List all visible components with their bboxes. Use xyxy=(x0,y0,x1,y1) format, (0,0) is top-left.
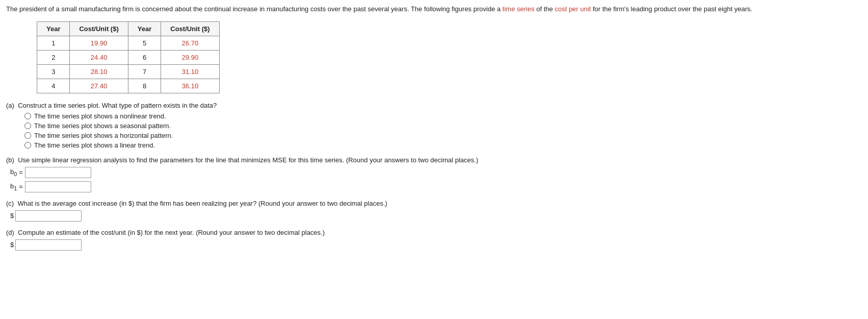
table-row: 3 28.10 7 31.10 xyxy=(37,64,220,79)
cost-cell: 27.40 xyxy=(70,79,128,93)
radio-circle-4 xyxy=(24,142,31,149)
year-cell: 2 xyxy=(37,50,70,64)
part-a-label: (a) Construct a time series plot. What t… xyxy=(6,102,862,109)
col-year-1-header: Year xyxy=(37,21,70,36)
cost-cell: 26.70 xyxy=(161,36,219,50)
year-cell: 7 xyxy=(128,64,161,79)
radio-label-4: The time series plot shows a linear tren… xyxy=(34,141,155,149)
b1-input[interactable] xyxy=(25,181,91,192)
cost-cell: 36.10 xyxy=(161,79,219,93)
year-cell: 3 xyxy=(37,64,70,79)
radio-label-1: The time series plot shows a nonlinear t… xyxy=(34,112,166,120)
b0-subscript: 0 xyxy=(14,170,17,177)
radio-label-2: The time series plot shows a seasonal pa… xyxy=(34,122,171,130)
b1-eq: = xyxy=(19,183,23,190)
radio-option-4[interactable]: The time series plot shows a linear tren… xyxy=(24,141,862,149)
radio-option-1[interactable]: The time series plot shows a nonlinear t… xyxy=(24,112,862,120)
table-row: 2 24.40 6 29.90 xyxy=(37,50,220,64)
cost-cell: 19.90 xyxy=(70,36,128,50)
part-d-input[interactable] xyxy=(15,239,82,251)
b1-subscript: 1 xyxy=(14,185,17,191)
part-d-input-row: $ xyxy=(10,239,862,251)
part-a-section: (a) Construct a time series plot. What t… xyxy=(6,102,862,149)
data-table-section: Year Cost/Unit ($) Year Cost/Unit ($) 1 … xyxy=(37,21,862,93)
radio-option-2[interactable]: The time series plot shows a seasonal pa… xyxy=(24,122,862,130)
part-c-input-row: $ xyxy=(10,210,862,222)
b0-input[interactable] xyxy=(25,167,91,178)
cost-cell: 24.40 xyxy=(70,50,128,64)
data-table: Year Cost/Unit ($) Year Cost/Unit ($) 1 … xyxy=(37,21,220,93)
b1-label: b1 xyxy=(10,182,17,191)
b0-label: b0 xyxy=(10,168,17,177)
cost-cell: 31.10 xyxy=(161,64,219,79)
col-cost-1-header: Cost/Unit ($) xyxy=(70,21,128,36)
cost-cell: 28.10 xyxy=(70,64,128,79)
year-cell: 4 xyxy=(37,79,70,93)
part-d-dollar: $ xyxy=(10,241,14,249)
year-cell: 6 xyxy=(128,50,161,64)
part-d-section: (d) Compute an estimate of the cost/unit… xyxy=(6,229,862,251)
radio-circle-3 xyxy=(24,132,31,139)
radio-option-3[interactable]: The time series plot shows a horizontal … xyxy=(24,132,862,139)
b0-eq: = xyxy=(19,168,23,176)
part-c-label: (c) What is the average cost increase (i… xyxy=(6,200,862,207)
radio-circle-1 xyxy=(24,113,31,119)
cost-cell: 29.90 xyxy=(161,50,219,64)
table-row: 1 19.90 5 26.70 xyxy=(37,36,220,50)
year-cell: 5 xyxy=(128,36,161,50)
col-year-2-header: Year xyxy=(128,21,161,36)
part-c-dollar: $ xyxy=(10,212,14,219)
b1-row: b1 = xyxy=(10,181,862,192)
radio-label-3: The time series plot shows a horizontal … xyxy=(34,132,173,139)
year-cell: 1 xyxy=(37,36,70,50)
part-a-radio-group: The time series plot shows a nonlinear t… xyxy=(24,112,862,149)
part-b-label: (b) Use simple linear regression analysi… xyxy=(6,156,862,164)
part-b-section: (b) Use simple linear regression analysi… xyxy=(6,156,862,192)
part-c-input[interactable] xyxy=(15,210,82,222)
table-row: 4 27.40 8 36.10 xyxy=(37,79,220,93)
b0-row: b0 = xyxy=(10,167,862,178)
col-cost-2-header: Cost/Unit ($) xyxy=(161,21,219,36)
year-cell: 8 xyxy=(128,79,161,93)
intro-text: The president of a small manufacturing f… xyxy=(6,4,862,14)
radio-circle-2 xyxy=(24,122,31,129)
part-d-label: (d) Compute an estimate of the cost/unit… xyxy=(6,229,862,236)
part-c-section: (c) What is the average cost increase (i… xyxy=(6,200,862,222)
